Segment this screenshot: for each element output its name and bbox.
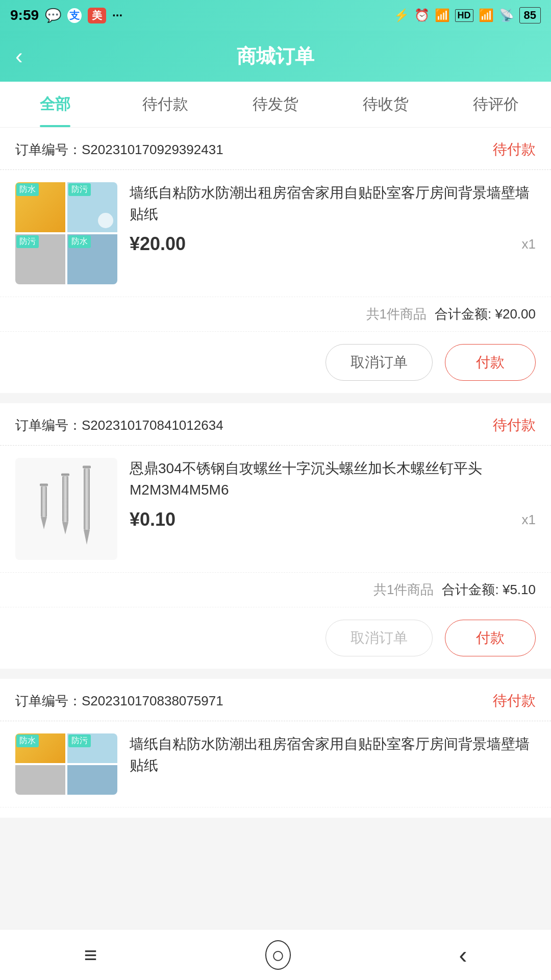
back-button[interactable]: ‹ bbox=[15, 43, 23, 69]
wifi-icon: 📡 bbox=[499, 8, 514, 22]
order-list: 订单编号：S202310170929392431 待付款 防水 防污 防污 防水 bbox=[0, 128, 551, 818]
svg-marker-3 bbox=[41, 517, 47, 529]
image-label: 防水 bbox=[16, 183, 39, 196]
product-image-cell bbox=[15, 765, 65, 795]
order-status: 待付款 bbox=[493, 691, 536, 710]
product-images-partial: 防水 防污 bbox=[15, 733, 117, 795]
tab-pending-pay[interactable]: 待付款 bbox=[110, 82, 220, 127]
order-tabs: 全部 待付款 待发货 待收货 待评价 bbox=[0, 82, 551, 128]
extra-icon: 美 bbox=[88, 8, 106, 23]
home-nav-icon[interactable]: ○ bbox=[265, 940, 291, 970]
order-actions: 取消订单 付款 bbox=[0, 607, 551, 669]
order-number: 订单编号：S202310170841012634 bbox=[15, 416, 223, 434]
product-qty: x1 bbox=[522, 236, 536, 252]
order-summary: 共1件商品 合计金额: ¥5.10 bbox=[0, 573, 551, 607]
status-bar: 9:59 💬 支 美 ··· ⚡ ⏰ 📶 HD 📶 📡 85 bbox=[0, 0, 551, 31]
signal2-icon: 📶 bbox=[479, 8, 494, 22]
product-image-cell: 防水 bbox=[15, 182, 65, 232]
cancel-order-button[interactable]: 取消订单 bbox=[325, 344, 433, 381]
order-total: 合计金额: ¥5.10 bbox=[442, 581, 536, 599]
battery-icon: 85 bbox=[519, 7, 541, 23]
product-images: 防水 防污 防污 防水 bbox=[15, 182, 117, 284]
tab-pending-receive[interactable]: 待收货 bbox=[331, 82, 441, 127]
product-price-row: ¥20.00 x1 bbox=[130, 233, 536, 255]
product-info: 墙纸自粘防水防潮出租房宿舍家用自贴卧室客厅房间背景墙壁墙贴纸 ¥20.00 x1 bbox=[130, 182, 536, 255]
tab-pending-ship[interactable]: 待发货 bbox=[220, 82, 331, 127]
order-status: 待付款 bbox=[493, 140, 536, 159]
order-card: 订单编号：S202310170929392431 待付款 防水 防污 防污 防水 bbox=[0, 128, 551, 393]
product-price: ¥0.10 bbox=[130, 509, 176, 530]
order-actions: 取消订单 付款 bbox=[0, 332, 551, 393]
hd-label: HD bbox=[455, 9, 473, 22]
product-price: ¥20.00 bbox=[130, 233, 186, 255]
menu-nav-icon[interactable]: ≡ bbox=[84, 942, 97, 968]
tab-all[interactable]: 全部 bbox=[0, 82, 110, 127]
image-label: 防水 bbox=[68, 235, 91, 248]
product-image-cell bbox=[67, 765, 117, 795]
bottom-nav: ≡ ○ ‹ bbox=[0, 929, 551, 980]
order-summary: 共1件商品 合计金额: ¥20.00 bbox=[0, 297, 551, 332]
product-price-row: ¥0.10 x1 bbox=[130, 509, 536, 530]
wechat-icon: 💬 bbox=[45, 8, 61, 23]
product-info: 恩鼎304不锈钢自攻螺丝十字沉头螺丝加长木螺丝钉平头M2M3M4M5M6 ¥0.… bbox=[130, 458, 536, 530]
product-image-cell: 防污 bbox=[15, 234, 65, 284]
image-label: 防水 bbox=[16, 734, 39, 747]
more-dots-icon: ··· bbox=[112, 8, 122, 22]
svg-rect-10 bbox=[84, 469, 90, 530]
product-row: 恩鼎304不锈钢自攻螺丝十字沉头螺丝加长木螺丝钉平头M2M3M4M5M6 ¥0.… bbox=[0, 446, 551, 573]
page-header: ‹ 商城订单 bbox=[0, 31, 551, 82]
product-image-cell: 防水 bbox=[67, 234, 117, 284]
order-header: 订单编号：S202310170929392431 待付款 bbox=[0, 128, 551, 170]
product-image-screws bbox=[15, 458, 117, 560]
product-info: 墙纸自粘防水防潮出租房宿舍家用自贴卧室客厅房间背景墙壁墙贴纸 bbox=[130, 733, 536, 785]
cancel-order-button[interactable]: 取消订单 bbox=[325, 620, 433, 656]
product-row: 防水 防污 墙纸自粘防水防潮出租房宿舍家用自贴卧室客厅房间背景墙壁墙贴纸 bbox=[0, 721, 551, 807]
order-card: 订单编号：S202310170841012634 待付款 bbox=[0, 403, 551, 669]
status-left: 9:59 💬 支 美 ··· bbox=[10, 7, 122, 23]
image-label: 防污 bbox=[68, 734, 91, 747]
order-status: 待付款 bbox=[493, 415, 536, 435]
pay-button[interactable]: 付款 bbox=[445, 344, 536, 381]
item-count: 共1件商品 bbox=[366, 305, 427, 323]
alarm-icon: ⏰ bbox=[414, 8, 430, 22]
status-right: ⚡ ⏰ 📶 HD 📶 📡 85 bbox=[394, 7, 541, 23]
product-qty: x1 bbox=[522, 512, 536, 528]
time-display: 9:59 bbox=[10, 7, 39, 23]
product-image-cell: 防污 bbox=[67, 182, 117, 232]
signal1-icon: 📶 bbox=[435, 8, 450, 22]
svg-marker-7 bbox=[62, 522, 68, 534]
svg-marker-11 bbox=[84, 530, 90, 545]
tab-pending-review[interactable]: 待评价 bbox=[441, 82, 551, 127]
order-header: 订单编号：S202310170841012634 待付款 bbox=[0, 403, 551, 446]
product-image-cell: 防污 bbox=[67, 733, 117, 763]
svg-rect-6 bbox=[62, 476, 68, 522]
pay-button[interactable]: 付款 bbox=[445, 620, 536, 656]
product-image-cell: 防水 bbox=[15, 733, 65, 763]
order-number: 订单编号：S202310170929392431 bbox=[15, 141, 223, 159]
image-label: 防污 bbox=[68, 183, 91, 196]
order-header: 订单编号：S202310170838075971 待付款 bbox=[0, 679, 551, 721]
item-count: 共1件商品 bbox=[373, 581, 434, 599]
bluetooth-icon: ⚡ bbox=[394, 8, 409, 22]
svg-rect-2 bbox=[41, 486, 47, 517]
product-name: 墙纸自粘防水防潮出租房宿舍家用自贴卧室客厅房间背景墙壁墙贴纸 bbox=[130, 733, 536, 776]
product-name: 墙纸自粘防水防潮出租房宿舍家用自贴卧室客厅房间背景墙壁墙贴纸 bbox=[130, 182, 536, 225]
order-total: 合计金额: ¥20.00 bbox=[435, 305, 536, 323]
order-number: 订单编号：S202310170838075971 bbox=[15, 692, 223, 710]
product-name: 恩鼎304不锈钢自攻螺丝十字沉头螺丝加长木螺丝钉平头M2M3M4M5M6 bbox=[130, 458, 536, 501]
order-card: 订单编号：S202310170838075971 待付款 防水 防污 墙纸自粘防… bbox=[0, 679, 551, 818]
screws-svg bbox=[20, 463, 112, 555]
alipay-icon: 支 bbox=[67, 8, 82, 23]
product-row: 防水 防污 防污 防水 墙纸自粘防水防潮出租房宿舍家用自贴卧室客厅房间背景墙壁墙… bbox=[0, 170, 551, 297]
back-nav-icon[interactable]: ‹ bbox=[459, 941, 467, 969]
image-label: 防污 bbox=[16, 235, 39, 248]
page-title: 商城订单 bbox=[237, 43, 314, 69]
